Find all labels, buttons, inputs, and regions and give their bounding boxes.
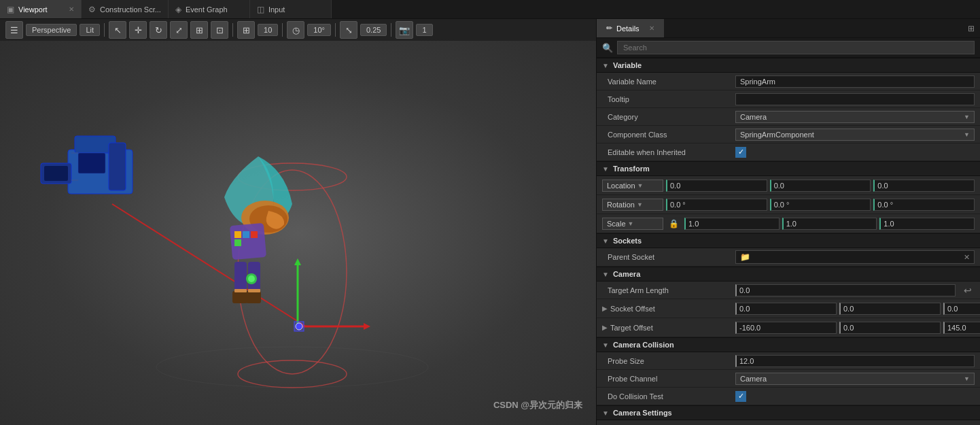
tooltip-input[interactable] xyxy=(735,93,975,105)
perspective-btn[interactable]: Perspective xyxy=(26,24,77,36)
scale-btn[interactable]: 0.25 xyxy=(360,24,387,36)
target-arm-length-label: Target Arm Length xyxy=(608,286,730,294)
toolbar-separator-4 xyxy=(335,23,336,37)
target-arm-length-row: Target Arm Length ↩ xyxy=(597,282,980,299)
target-offset-label: Target Offset xyxy=(610,324,733,332)
toolbar-separator-2 xyxy=(232,23,233,37)
category-dropdown-value: Camera xyxy=(740,113,767,121)
component-class-dropdown[interactable]: SpringArmComponent ▼ xyxy=(735,129,975,141)
variable-section-arrow: ▼ xyxy=(602,62,609,69)
category-dropdown[interactable]: Camera ▼ xyxy=(735,111,975,123)
target-offset-collapse-arrow[interactable]: ▶ xyxy=(602,324,608,331)
variable-section-header[interactable]: ▼ Variable xyxy=(597,58,980,73)
tab-eventgraph[interactable]: ◈ Event Graph xyxy=(169,0,250,18)
svg-rect-9 xyxy=(109,143,126,190)
grid-toggle-btn[interactable]: ⊞ xyxy=(237,21,255,39)
socket-offset-z-input[interactable] xyxy=(943,303,980,315)
details-pencil-icon: ✏ xyxy=(606,24,612,33)
target-arm-length-reset-icon[interactable]: ↩ xyxy=(961,285,975,296)
grid-size-btn[interactable]: 10 xyxy=(258,24,278,36)
camera-collision-section-arrow: ▼ xyxy=(602,341,609,349)
sockets-section-header[interactable]: ▼ Sockets xyxy=(597,233,980,248)
translate-tool-btn[interactable]: ✛ xyxy=(129,21,147,39)
target-offset-z-input[interactable] xyxy=(943,322,980,334)
location-label-btn[interactable]: Location ▼ xyxy=(602,180,663,192)
editable-inherited-label: Editable when Inherited xyxy=(608,148,730,156)
scale-icon-btn[interactable]: ⤡ xyxy=(340,21,357,39)
variable-name-value xyxy=(735,75,975,88)
location-y-input[interactable] xyxy=(770,180,871,192)
camera-settings-section-header[interactable]: ▼ Camera Settings xyxy=(597,405,980,420)
socket-offset-label: Socket Offset xyxy=(610,305,733,313)
details-tab-close[interactable]: ✕ xyxy=(649,24,654,32)
location-z-input[interactable] xyxy=(873,180,975,192)
select-tool-btn[interactable]: ↖ xyxy=(109,21,126,39)
search-icon: 🔍 xyxy=(602,43,613,53)
editable-inherited-checkbox[interactable]: ✓ xyxy=(735,147,746,158)
probe-channel-dropdown[interactable]: Camera ▼ xyxy=(735,373,975,385)
svg-rect-18 xyxy=(243,231,249,238)
scale-z-input[interactable] xyxy=(879,218,975,230)
snap-tool-btn[interactable]: ⊡ xyxy=(211,21,228,39)
transform-section-header[interactable]: ▼ Transform xyxy=(597,161,980,176)
lit-btn[interactable]: Lit xyxy=(80,24,100,36)
camera-section-arrow: ▼ xyxy=(602,271,609,278)
probe-channel-dropdown-arrow: ▼ xyxy=(964,375,970,382)
camera-collision-section-header[interactable]: ▼ Camera Collision xyxy=(597,337,980,352)
camera-icon-btn[interactable]: 📷 xyxy=(396,21,413,39)
angle-btn[interactable]: 10° xyxy=(307,24,331,36)
socket-clear-icon[interactable]: ✕ xyxy=(964,253,970,262)
scale-x-input[interactable] xyxy=(684,218,780,230)
component-class-dropdown-value: SpringArmComponent xyxy=(740,131,814,139)
viewport-tab-icon: ▣ xyxy=(7,5,14,14)
details-tab[interactable]: ✏ Details ✕ xyxy=(597,19,664,37)
scale-tool-btn[interactable]: ⤢ xyxy=(170,21,188,39)
rotate-tool-btn[interactable]: ↻ xyxy=(150,21,167,39)
editable-inherited-value: ✓ xyxy=(735,147,975,158)
camera-btn[interactable]: 1 xyxy=(416,24,432,36)
socket-offset-inputs xyxy=(735,303,980,315)
target-offset-y-input[interactable] xyxy=(839,322,941,334)
svg-rect-19 xyxy=(251,231,258,238)
socket-offset-collapse-arrow[interactable]: ▶ xyxy=(602,305,608,312)
viewport-tab-close[interactable]: ✕ xyxy=(69,5,74,13)
category-value: Camera ▼ xyxy=(735,111,975,123)
scale-row: Scale ▼ 🔒 xyxy=(597,214,980,233)
rotation-x-input[interactable] xyxy=(666,199,767,211)
angle-icon-btn[interactable]: ◷ xyxy=(287,21,304,39)
tab-viewport[interactable]: ▣ Viewport ✕ xyxy=(0,0,82,18)
details-grid-icon-btn[interactable]: ⊞ xyxy=(962,19,980,37)
details-tab-spacer xyxy=(664,19,962,37)
svg-rect-7 xyxy=(44,166,68,181)
transform-tool-btn[interactable]: ⊞ xyxy=(190,21,208,39)
rotation-label-btn[interactable]: Rotation ▼ xyxy=(602,199,663,211)
svg-marker-30 xyxy=(364,323,370,330)
tab-construction[interactable]: ⚙ Construction Scr... xyxy=(82,0,169,18)
svg-rect-34 xyxy=(294,322,304,331)
viewport-canvas[interactable]: CSDN @异次元的归来 xyxy=(0,41,596,425)
camera-section-header[interactable]: ▼ Camera xyxy=(597,267,980,282)
rotation-y-input[interactable] xyxy=(770,199,871,211)
scale-lock-icon[interactable]: 🔒 xyxy=(666,218,682,230)
do-collision-test-checkbox[interactable]: ✓ xyxy=(735,391,746,402)
location-x-input[interactable] xyxy=(666,180,767,192)
probe-channel-value: Camera ▼ xyxy=(735,373,975,385)
hamburger-menu-btn[interactable]: ☰ xyxy=(5,21,23,39)
variable-name-input[interactable] xyxy=(735,75,975,88)
parent-socket-browse[interactable]: 📁 ✕ xyxy=(735,250,975,264)
construction-tab-icon: ⚙ xyxy=(88,5,96,14)
target-arm-length-input[interactable] xyxy=(735,284,956,296)
camera-section-title: Camera xyxy=(613,270,640,278)
probe-channel-label: Probe Channel xyxy=(608,375,730,383)
tab-input[interactable]: ◫ Input xyxy=(250,0,332,18)
socket-offset-y-input[interactable] xyxy=(839,303,941,315)
rotation-z-input[interactable] xyxy=(873,199,975,211)
scale-label-btn[interactable]: Scale ▼ xyxy=(602,218,663,230)
svg-rect-11 xyxy=(78,153,105,173)
target-offset-x-input[interactable] xyxy=(735,322,837,334)
probe-size-input[interactable] xyxy=(735,355,975,367)
search-input[interactable] xyxy=(617,41,975,54)
editable-inherited-row: Editable when Inherited ✓ xyxy=(597,143,980,161)
socket-offset-x-input[interactable] xyxy=(735,303,837,315)
scale-y-input[interactable] xyxy=(782,218,877,230)
